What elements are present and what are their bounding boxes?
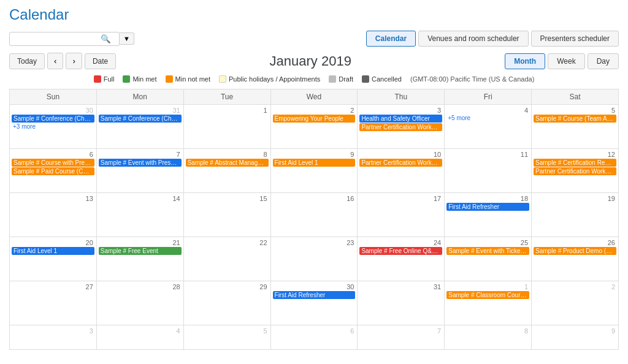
day-header-wed: Wed	[270, 89, 358, 105]
search-icon-button[interactable]: 🔍	[99, 34, 112, 44]
min-met-dot	[123, 75, 130, 83]
calendar-event[interactable]: Partner Certification Workshop	[359, 123, 442, 131]
prev-button[interactable]: ‹	[47, 53, 63, 69]
calendar-cell: 26Sample # Product Demo (Webin	[532, 237, 619, 281]
day-number: 8	[186, 150, 269, 159]
top-bar: 🔍 ▼ Calendar Venues and room scheduler P…	[9, 31, 619, 47]
day-button[interactable]: Day	[588, 53, 619, 69]
calendar-event[interactable]: First Aid Refresher	[446, 203, 529, 211]
day-header-sun: Sun	[10, 89, 97, 105]
calendar-event[interactable]: Partner Certification Workshop	[534, 167, 616, 175]
calendar-cell: 24Sample # Free Online Q&A Sess	[358, 237, 445, 281]
period-buttons: Month Week Day	[505, 53, 619, 69]
day-number: 27	[12, 282, 94, 291]
next-button[interactable]: ›	[66, 53, 82, 69]
full-dot	[94, 75, 101, 83]
day-number: 13	[12, 194, 94, 203]
legend-full: Full	[94, 75, 115, 83]
more-events-link[interactable]: +5 more	[446, 115, 529, 121]
search-dropdown-button[interactable]: ▼	[120, 32, 134, 45]
calendar-event[interactable]: Sample # Course (Team Applica	[534, 115, 616, 123]
month-title: January 2019	[270, 53, 351, 69]
calendar-event[interactable]: Sample # Paid Course (Custom T	[12, 167, 94, 175]
min-met-label: Min met	[132, 75, 156, 83]
public-holidays-label: Public holidays / Appointments	[229, 75, 320, 83]
calendar-event[interactable]: First Aid Refresher	[273, 291, 356, 299]
calendar-event[interactable]: Empowering Your People	[273, 115, 356, 123]
calendar-cell: 2	[532, 281, 619, 325]
legend-public-holidays: Public holidays / Appointments	[219, 75, 320, 83]
day-number: 1	[446, 282, 529, 291]
week-button[interactable]: Week	[548, 53, 584, 69]
calendar-event[interactable]: Sample # Event with Tickets and	[446, 247, 529, 255]
calendar-event[interactable]: Sample # Classroom Course wit	[446, 291, 529, 299]
calendar-cell: 30Sample # Conference (Choice O+3 more	[10, 105, 97, 149]
day-number: 4	[446, 106, 529, 115]
calendar-cell: 20First Aid Level 1	[10, 237, 97, 281]
day-number: 30	[273, 282, 356, 291]
calendar-cell: 18First Aid Refresher	[445, 193, 532, 237]
calendar-cell: 1Sample # Classroom Course wit	[445, 281, 532, 325]
calendar-cell: 15	[183, 193, 270, 237]
month-button[interactable]: Month	[505, 53, 545, 69]
calendar-event[interactable]: Partner Certification Workshop	[359, 159, 442, 167]
calendar-page: Calendar 🔍 ▼ Calendar Venues and room sc…	[0, 0, 628, 356]
calendar-cell: 8Sample # Abstract Management	[183, 149, 270, 193]
day-number: 10	[359, 150, 442, 159]
calendar-event[interactable]: Health and Safety Officer	[359, 115, 442, 123]
calendar-view-button[interactable]: Calendar	[366, 31, 416, 47]
draft-dot	[329, 75, 336, 83]
calendar-week-4: 27282930First Aid Refresher311Sample # C…	[10, 281, 619, 325]
calendar-event[interactable]: First Aid Level 1	[12, 247, 94, 255]
day-number: 6	[12, 150, 94, 159]
calendar-week-1: 6Sample # Course with PrerequisSample # …	[10, 149, 619, 193]
today-button[interactable]: Today	[9, 53, 45, 69]
calendar-event[interactable]: Sample # Free Event	[99, 247, 182, 255]
presenters-view-button[interactable]: Presenters scheduler	[531, 31, 619, 47]
calendar-cell: 1	[183, 105, 270, 149]
calendar-event[interactable]: Sample # Product Demo (Webin	[534, 247, 616, 255]
search-area: 🔍	[9, 32, 120, 46]
min-not-met-label: Min not met	[175, 75, 210, 83]
nav-left: Today ‹ › Date	[9, 53, 116, 69]
cancelled-label: Cancelled	[372, 75, 402, 83]
day-number: 5	[186, 327, 269, 335]
calendar-event[interactable]: Sample # Conference (Choice O	[12, 115, 94, 123]
more-events-link[interactable]: +3 more	[12, 123, 94, 130]
day-number: 24	[359, 238, 442, 247]
search-input[interactable]	[13, 34, 99, 43]
venues-view-button[interactable]: Venues and room scheduler	[418, 31, 528, 47]
day-number: 25	[446, 238, 529, 247]
day-number: 3	[12, 327, 94, 335]
day-number: 1	[186, 106, 269, 115]
day-header-fri: Fri	[445, 89, 532, 105]
nav-bar: Today ‹ › Date January 2019 Month Week D…	[9, 53, 619, 69]
day-header-sat: Sat	[532, 89, 619, 105]
calendar-event[interactable]: Sample # Conference (Choice O	[99, 115, 182, 123]
calendar-cell: 4+5 more	[445, 105, 532, 149]
calendar-cell: 8	[445, 325, 532, 350]
timezone-label: (GMT-08:00) Pacific Time (US & Canada)	[410, 75, 534, 83]
calendar-event[interactable]: Sample # Certification Renewal	[534, 159, 616, 167]
day-number: 26	[534, 238, 616, 247]
calendar-cell: 5Sample # Course (Team Applica	[532, 105, 619, 149]
day-number: 31	[359, 282, 442, 291]
day-header-mon: Mon	[96, 89, 183, 105]
day-header-thu: Thu	[358, 89, 445, 105]
day-number: 23	[273, 238, 356, 247]
day-number: 22	[186, 238, 269, 247]
draft-label: Draft	[339, 75, 353, 83]
legend-min-met: Min met	[123, 75, 156, 83]
calendar-cell: 7Sample # Event with Presenter I	[96, 149, 183, 193]
calendar-event[interactable]: First Aid Level 1	[273, 159, 356, 167]
calendar-event[interactable]: Sample # Free Online Q&A Sess	[359, 247, 442, 255]
calendar-event[interactable]: Sample # Abstract Management	[186, 159, 269, 167]
date-button[interactable]: Date	[85, 53, 116, 69]
day-number: 5	[534, 106, 616, 115]
day-number: 18	[446, 194, 529, 203]
calendar-event[interactable]: Sample # Event with Presenter I	[99, 159, 182, 167]
calendar-event[interactable]: Sample # Course with Prerequis	[12, 159, 94, 167]
legend-draft: Draft	[329, 75, 353, 83]
calendar-week-2: 131415161718First Aid Refresher19	[10, 193, 619, 237]
calendar-cell: 4	[96, 325, 183, 350]
